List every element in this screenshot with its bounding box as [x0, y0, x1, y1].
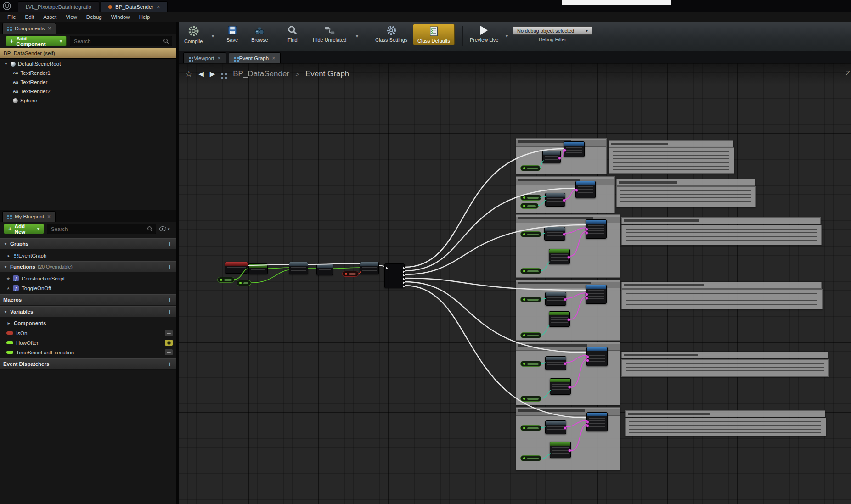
tree-item-textrender2[interactable]: Aa TextRender2	[13, 87, 51, 96]
exec-output-pin[interactable]	[403, 281, 405, 284]
variables-group-components[interactable]: ▸ Components	[0, 318, 176, 328]
add-component-button[interactable]: + Add Component ▾	[6, 36, 67, 46]
note-strip[interactable]	[621, 282, 822, 289]
blueprint-node[interactable]	[545, 193, 565, 207]
tab-bp-datasender[interactable]: BP_DataSender ×	[101, 1, 168, 12]
note-block[interactable]	[616, 186, 756, 207]
visibility-filter-button[interactable]: ▾	[159, 226, 170, 231]
macros-section-header[interactable]: Macros +	[0, 294, 176, 305]
tree-item-defaultsceneroot[interactable]: ▾ DefaultSceneRoot	[4, 59, 61, 68]
menu-asset[interactable]: Asset	[39, 13, 61, 21]
variable-get-node[interactable]	[520, 297, 541, 302]
function-call-node[interactable]	[586, 219, 607, 239]
pure-function-node[interactable]	[248, 263, 268, 274]
forward-arrow-icon[interactable]: ▶	[210, 70, 215, 78]
hide-unrelated-options-caret[interactable]: ▾	[356, 34, 358, 39]
function-item-toggleonoff[interactable]: ★ ƒ ToggleOnOff	[0, 283, 176, 293]
components-search-input[interactable]	[73, 38, 163, 45]
variable-get-node[interactable]	[520, 361, 541, 367]
hide-unrelated-button[interactable]: Hide Unrelated	[313, 25, 346, 43]
tree-item-textrender1[interactable]: Aa TextRender1	[13, 68, 51, 78]
variable-get-node[interactable]	[520, 425, 541, 431]
add-event-dispatcher-button[interactable]: +	[167, 360, 173, 368]
graphs-section-header[interactable]: ▾ Graphs +	[0, 238, 176, 249]
function-call-node[interactable]	[586, 285, 607, 304]
branch-node[interactable]	[360, 262, 379, 274]
note-strip[interactable]	[625, 410, 825, 417]
note-strip[interactable]	[616, 179, 755, 186]
menu-view[interactable]: View	[61, 13, 82, 21]
tab-event-graph[interactable]: Event Graph ×	[229, 52, 281, 63]
close-icon[interactable]: ×	[48, 25, 51, 32]
pure-function-node[interactable]	[549, 311, 570, 327]
back-arrow-icon[interactable]: ◀	[198, 70, 204, 78]
variable-item-ison[interactable]: IsOn	[0, 328, 176, 338]
compile-options-caret[interactable]: ▾	[212, 34, 214, 39]
add-graph-button[interactable]: +	[167, 240, 173, 247]
my-blueprint-search-input[interactable]	[50, 226, 147, 232]
blueprint-node[interactable]	[542, 151, 561, 163]
menu-window[interactable]: Window	[107, 13, 135, 21]
variables-section-header[interactable]: ▾ Variables +	[0, 306, 176, 317]
add-new-button[interactable]: + Add New ▾	[4, 224, 44, 234]
compile-button[interactable]: Compile	[184, 25, 203, 44]
function-call-node[interactable]	[586, 347, 608, 366]
menu-file[interactable]: File	[3, 13, 21, 21]
blueprint-node[interactable]	[544, 227, 565, 241]
graph-item-eventgraph[interactable]: ▸ EventGraph	[0, 251, 176, 260]
note-block[interactable]	[621, 225, 822, 245]
blueprint-node[interactable]	[545, 420, 566, 434]
add-function-button[interactable]: +	[167, 263, 173, 270]
class-defaults-button[interactable]: Class Defaults	[413, 24, 455, 45]
note-strip[interactable]	[621, 217, 821, 224]
variable-get-node[interactable]	[520, 165, 541, 171]
sequence-node[interactable]	[384, 263, 405, 288]
debug-object-dropdown[interactable]: No debug object selected ▾	[513, 26, 592, 35]
bool-variable-get-node[interactable]	[342, 271, 359, 277]
class-settings-button[interactable]: Class Settings	[375, 25, 407, 43]
function-call-node[interactable]	[564, 141, 585, 157]
variable-get-node[interactable]	[237, 280, 251, 286]
tab-components-panel[interactable]: Components ×	[2, 23, 56, 34]
menu-help[interactable]: Help	[135, 13, 155, 21]
visibility-toggle[interactable]	[165, 340, 173, 346]
note-block[interactable]	[621, 289, 823, 309]
close-icon[interactable]: ×	[218, 55, 221, 62]
exec-output-pin[interactable]	[403, 270, 405, 273]
close-icon[interactable]: ×	[272, 55, 275, 62]
pure-function-node[interactable]	[550, 442, 571, 458]
pure-function-node[interactable]	[550, 378, 571, 395]
find-button[interactable]: Find	[287, 25, 298, 43]
note-block[interactable]	[609, 147, 734, 174]
chevron-down-icon[interactable]: ▾	[4, 62, 8, 66]
exec-input-pin[interactable]	[386, 267, 388, 269]
breadcrumb-asset[interactable]: BP_DataSender	[233, 69, 289, 78]
save-button[interactable]: Save	[226, 25, 238, 43]
tree-item-sphere[interactable]: Sphere	[13, 96, 37, 105]
tab-viewport[interactable]: Viewport ×	[183, 52, 226, 63]
variable-get-node[interactable]	[520, 332, 541, 338]
variable-item-howoften[interactable]: HowOften	[0, 338, 176, 347]
function-call-node[interactable]	[575, 181, 596, 198]
my-blueprint-search[interactable]	[47, 224, 156, 234]
preview-live-options-caret[interactable]: ▾	[506, 34, 508, 39]
visibility-toggle[interactable]	[165, 330, 173, 336]
functions-section-header[interactable]: ▾ Functions (20 Overridable) +	[0, 261, 176, 272]
self-component-row[interactable]: BP_DataSender (self)	[0, 48, 176, 59]
pure-function-node[interactable]	[549, 249, 570, 264]
function-item-constructionscript[interactable]: ★ ƒ ConstructionScript	[0, 274, 176, 283]
tab-my-blueprint-panel[interactable]: My Blueprint ×	[2, 211, 56, 222]
note-block[interactable]	[625, 418, 826, 436]
visibility-toggle[interactable]	[165, 349, 173, 355]
blueprint-node[interactable]	[316, 263, 333, 275]
variable-get-node[interactable]	[520, 231, 541, 237]
close-icon[interactable]: ×	[47, 213, 51, 220]
variable-item-timesincelastexecution[interactable]: TimeSinceLastExecution	[0, 347, 176, 357]
exec-output-pin[interactable]	[403, 267, 405, 269]
exec-output-pin[interactable]	[403, 278, 405, 280]
components-search[interactable]	[70, 36, 172, 46]
note-strip[interactable]	[609, 140, 733, 147]
blueprint-node[interactable]	[545, 356, 566, 370]
close-icon[interactable]: ×	[157, 4, 160, 10]
event-dispatchers-section-header[interactable]: Event Dispatchers +	[0, 358, 176, 370]
